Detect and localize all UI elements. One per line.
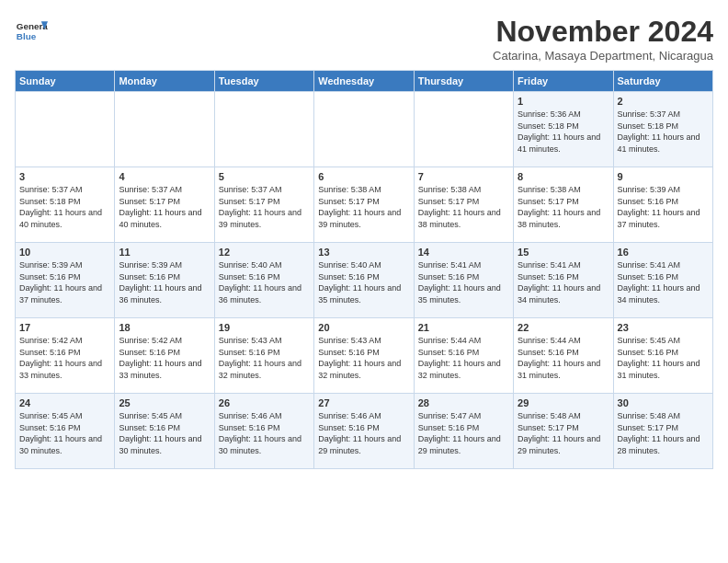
day-info: Sunrise: 5:42 AM Sunset: 5:16 PM Dayligh… [119,335,210,381]
day-info: Sunrise: 5:41 AM Sunset: 5:16 PM Dayligh… [418,259,509,305]
day-info: Sunrise: 5:38 AM Sunset: 5:17 PM Dayligh… [418,184,509,230]
day-number: 6 [318,171,409,182]
logo: General Blue General Blue [15,15,48,48]
day-number: 29 [518,397,609,408]
calendar-cell: 5Sunrise: 5:37 AM Sunset: 5:17 PM Daylig… [214,167,313,243]
calendar-cell [16,92,115,167]
calendar-cell: 25Sunrise: 5:45 AM Sunset: 5:16 PM Dayli… [115,394,214,469]
day-info: Sunrise: 5:45 AM Sunset: 5:16 PM Dayligh… [119,410,210,456]
day-info: Sunrise: 5:41 AM Sunset: 5:16 PM Dayligh… [618,259,709,305]
calendar-cell: 14Sunrise: 5:41 AM Sunset: 5:16 PM Dayli… [414,243,513,318]
day-number: 21 [418,322,509,333]
calendar-cell: 1Sunrise: 5:36 AM Sunset: 5:18 PM Daylig… [514,92,613,167]
day-info: Sunrise: 5:47 AM Sunset: 5:16 PM Dayligh… [418,410,509,456]
day-info: Sunrise: 5:39 AM Sunset: 5:16 PM Dayligh… [618,184,709,230]
day-header-monday: Monday [115,71,214,92]
day-header-tuesday: Tuesday [214,71,313,92]
month-year-title: November 2024 [493,15,713,49]
day-info: Sunrise: 5:40 AM Sunset: 5:16 PM Dayligh… [219,259,310,305]
day-info: Sunrise: 5:41 AM Sunset: 5:16 PM Dayligh… [518,259,609,305]
day-info: Sunrise: 5:44 AM Sunset: 5:16 PM Dayligh… [518,335,609,381]
day-header-thursday: Thursday [414,71,513,92]
day-number: 13 [318,247,409,258]
calendar-week-3: 10Sunrise: 5:39 AM Sunset: 5:16 PM Dayli… [16,243,713,318]
calendar-cell: 26Sunrise: 5:46 AM Sunset: 5:16 PM Dayli… [214,394,313,469]
calendar-cell: 15Sunrise: 5:41 AM Sunset: 5:16 PM Dayli… [514,243,613,318]
day-info: Sunrise: 5:48 AM Sunset: 5:17 PM Dayligh… [518,410,609,456]
logo-icon: General Blue [15,15,48,48]
calendar-cell: 19Sunrise: 5:43 AM Sunset: 5:16 PM Dayli… [214,318,313,394]
day-info: Sunrise: 5:39 AM Sunset: 5:16 PM Dayligh… [119,259,210,305]
day-header-sunday: Sunday [16,71,115,92]
calendar-table: SundayMondayTuesdayWednesdayThursdayFrid… [15,70,713,469]
day-number: 10 [19,247,110,258]
calendar-week-4: 17Sunrise: 5:42 AM Sunset: 5:16 PM Dayli… [16,318,713,394]
day-number: 24 [19,397,110,408]
page-header: General Blue General Blue November 2024 … [15,15,713,63]
day-number: 9 [618,171,709,182]
calendar-cell: 24Sunrise: 5:45 AM Sunset: 5:16 PM Dayli… [16,394,115,469]
day-number: 5 [219,171,310,182]
day-number: 4 [119,171,210,182]
day-info: Sunrise: 5:43 AM Sunset: 5:16 PM Dayligh… [318,335,409,381]
day-number: 15 [518,247,609,258]
calendar-cell: 11Sunrise: 5:39 AM Sunset: 5:16 PM Dayli… [115,243,214,318]
calendar-cell [414,92,513,167]
day-number: 28 [418,397,509,408]
calendar-cell: 3Sunrise: 5:37 AM Sunset: 5:18 PM Daylig… [16,167,115,243]
calendar-cell [314,92,414,167]
calendar-cell: 2Sunrise: 5:37 AM Sunset: 5:18 PM Daylig… [613,92,712,167]
calendar-cell: 16Sunrise: 5:41 AM Sunset: 5:16 PM Dayli… [613,243,712,318]
calendar-cell [214,92,313,167]
calendar-cell: 10Sunrise: 5:39 AM Sunset: 5:16 PM Dayli… [16,243,115,318]
calendar-cell: 17Sunrise: 5:42 AM Sunset: 5:16 PM Dayli… [16,318,115,394]
day-number: 30 [618,397,709,408]
day-info: Sunrise: 5:48 AM Sunset: 5:17 PM Dayligh… [618,410,709,456]
calendar-week-2: 3Sunrise: 5:37 AM Sunset: 5:18 PM Daylig… [16,167,713,243]
calendar-cell: 13Sunrise: 5:40 AM Sunset: 5:16 PM Dayli… [314,243,414,318]
calendar-cell: 12Sunrise: 5:40 AM Sunset: 5:16 PM Dayli… [214,243,313,318]
calendar-body: 1Sunrise: 5:36 AM Sunset: 5:18 PM Daylig… [16,92,713,469]
calendar-cell: 8Sunrise: 5:38 AM Sunset: 5:17 PM Daylig… [514,167,613,243]
day-number: 3 [19,171,110,182]
day-info: Sunrise: 5:37 AM Sunset: 5:17 PM Dayligh… [119,184,210,230]
location-subtitle: Catarina, Masaya Department, Nicaragua [493,49,713,63]
calendar-cell [115,92,214,167]
title-block: November 2024 Catarina, Masaya Departmen… [493,15,713,63]
day-number: 23 [618,322,709,333]
calendar-cell: 21Sunrise: 5:44 AM Sunset: 5:16 PM Dayli… [414,318,513,394]
day-info: Sunrise: 5:37 AM Sunset: 5:17 PM Dayligh… [219,184,310,230]
calendar-header-row: SundayMondayTuesdayWednesdayThursdayFrid… [16,71,713,92]
day-number: 12 [219,247,310,258]
day-number: 17 [19,322,110,333]
day-header-saturday: Saturday [613,71,712,92]
calendar-week-1: 1Sunrise: 5:36 AM Sunset: 5:18 PM Daylig… [16,92,713,167]
day-info: Sunrise: 5:36 AM Sunset: 5:18 PM Dayligh… [518,109,609,155]
day-number: 22 [518,322,609,333]
day-info: Sunrise: 5:46 AM Sunset: 5:16 PM Dayligh… [318,410,409,456]
calendar-cell: 23Sunrise: 5:45 AM Sunset: 5:16 PM Dayli… [613,318,712,394]
day-number: 25 [119,397,210,408]
day-info: Sunrise: 5:45 AM Sunset: 5:16 PM Dayligh… [618,335,709,381]
day-info: Sunrise: 5:39 AM Sunset: 5:16 PM Dayligh… [19,259,110,305]
day-number: 16 [618,247,709,258]
calendar-cell: 27Sunrise: 5:46 AM Sunset: 5:16 PM Dayli… [314,394,414,469]
calendar-cell: 9Sunrise: 5:39 AM Sunset: 5:16 PM Daylig… [613,167,712,243]
day-info: Sunrise: 5:37 AM Sunset: 5:18 PM Dayligh… [618,109,709,155]
day-number: 18 [119,322,210,333]
day-header-friday: Friday [514,71,613,92]
day-number: 14 [418,247,509,258]
day-info: Sunrise: 5:46 AM Sunset: 5:16 PM Dayligh… [219,410,310,456]
calendar-cell: 22Sunrise: 5:44 AM Sunset: 5:16 PM Dayli… [514,318,613,394]
day-number: 8 [518,171,609,182]
calendar-cell: 29Sunrise: 5:48 AM Sunset: 5:17 PM Dayli… [514,394,613,469]
day-info: Sunrise: 5:38 AM Sunset: 5:17 PM Dayligh… [318,184,409,230]
day-number: 27 [318,397,409,408]
day-info: Sunrise: 5:45 AM Sunset: 5:16 PM Dayligh… [19,410,110,456]
day-number: 2 [618,96,709,107]
day-info: Sunrise: 5:40 AM Sunset: 5:16 PM Dayligh… [318,259,409,305]
svg-text:Blue: Blue [17,31,37,41]
calendar-cell: 18Sunrise: 5:42 AM Sunset: 5:16 PM Dayli… [115,318,214,394]
calendar-week-5: 24Sunrise: 5:45 AM Sunset: 5:16 PM Dayli… [16,394,713,469]
calendar-cell: 7Sunrise: 5:38 AM Sunset: 5:17 PM Daylig… [414,167,513,243]
